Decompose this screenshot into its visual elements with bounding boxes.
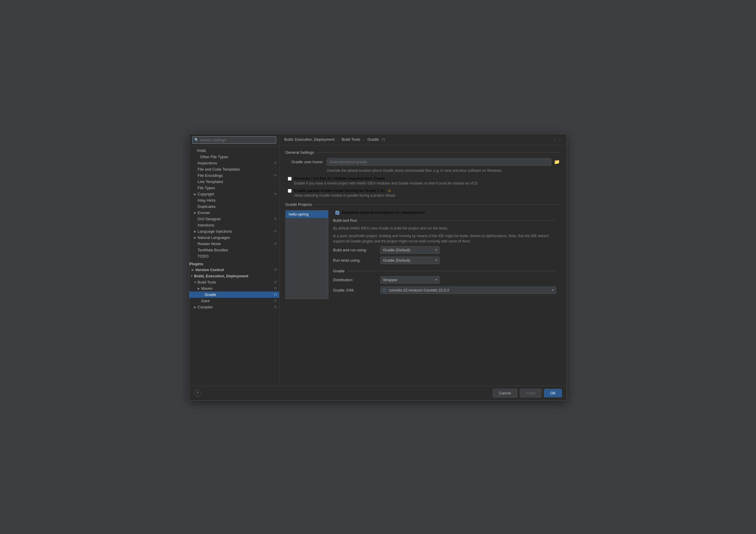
run-tests-using-label: Run tests using:	[333, 258, 380, 263]
sidebar: 🔍 YAML Other File Types	[189, 134, 280, 386]
pin-icon: ⊓	[274, 161, 277, 165]
sidebar-item-compiler[interactable]: ▶ Compiler ⊓	[189, 304, 279, 310]
enable-parallel-row: Enable parallel Gradle model fetching fo…	[288, 188, 561, 198]
general-settings-header: General Settings	[285, 150, 561, 155]
nav-forward-button[interactable]: ›	[558, 136, 562, 143]
enable-parallel-checkbox[interactable]	[288, 189, 292, 193]
project-detail: Download external annotations for depend…	[328, 210, 561, 299]
sidebar-item-other-file-types[interactable]: Other File Types	[189, 154, 279, 160]
cancel-button[interactable]: Cancel	[493, 389, 517, 397]
gradle-jvm-wrapper: ⬡ corretto-22 Amazon Corretto 22.0.2 ▾	[380, 286, 556, 294]
expand-arrow: ▶	[193, 193, 198, 196]
sidebar-item-version-control[interactable]: ▶ Version Control ⊓	[189, 267, 279, 273]
pin-icon: ⊓	[274, 305, 277, 309]
run-tests-using-select-wrapper: Gradle (Default) IntelliJ IDEA	[380, 257, 440, 264]
nav-back-button[interactable]: ‹	[553, 136, 557, 143]
expand-arrow: ▼	[193, 280, 198, 284]
sidebar-item-file-code-templates[interactable]: File and Code Templates	[189, 166, 279, 173]
download-annotations-checkbox[interactable]	[336, 211, 339, 215]
generate-iml-checkbox[interactable]	[288, 177, 292, 181]
gradle-user-home-row: Gradle user home: 📁	[285, 158, 561, 166]
sidebar-item-yaml[interactable]: YAML	[189, 147, 279, 154]
pin-icon: ⊓	[274, 174, 277, 177]
sidebar-item-copyright[interactable]: ▶ Copyright ⊓	[189, 191, 279, 197]
sidebar-item-language-injections[interactable]: ▶ Language Injections ⊓	[189, 228, 279, 234]
ok-button[interactable]: OK	[544, 389, 562, 397]
breadcrumb-pin-button[interactable]: ⊓	[382, 137, 385, 142]
search-wrapper: 🔍	[192, 136, 276, 144]
pin-icon: ⊓	[274, 268, 277, 272]
dialog-body: 🔍 YAML Other File Types	[189, 134, 567, 386]
search-box: 🔍	[189, 134, 279, 147]
gradle-user-home-hint: Override the default location where Grad…	[327, 169, 561, 173]
sidebar-scroll: YAML Other File Types Inspections ⊓	[189, 147, 279, 386]
run-tests-using-row: Run tests using: Gradle (Default) Intell…	[333, 257, 556, 264]
pin-icon: ⊓	[274, 229, 277, 233]
expand-arrow: ▶	[190, 268, 195, 271]
gradle-user-home-input[interactable]	[327, 158, 551, 166]
sidebar-item-textmate-bundles[interactable]: TextMate Bundles	[189, 247, 279, 253]
settings-dialog: 🔍 YAML Other File Types	[189, 134, 567, 401]
sidebar-item-gradle[interactable]: Gradle ⊓	[189, 292, 279, 298]
distribution-select-wrapper: Wrapper Local installation Specified loc…	[380, 276, 440, 283]
sidebar-item-maven[interactable]: ▶ Maven ⊓	[189, 285, 279, 292]
pin-icon: ⊓	[274, 217, 277, 221]
warning-icon: ⚠	[388, 188, 391, 193]
build-run-using-select[interactable]: Gradle (Default) IntelliJ IDEA	[380, 246, 440, 254]
folder-browse-button[interactable]: 📁	[553, 158, 561, 166]
build-and-run-header: Build and Run	[333, 218, 556, 223]
pin-icon: ⊓	[274, 192, 277, 196]
sidebar-item-inspections[interactable]: Inspections ⊓	[189, 160, 279, 166]
gradle-user-home-field: 📁	[327, 158, 561, 166]
sidebar-item-file-encodings[interactable]: File Encodings ⊓	[189, 173, 279, 178]
sidebar-item-build-tools[interactable]: ▼ Build Tools ⊓	[189, 279, 279, 285]
expand-arrow: ▶	[193, 306, 198, 309]
search-icon: 🔍	[194, 138, 199, 142]
run-tests-using-select[interactable]: Gradle (Default) IntelliJ IDEA	[380, 257, 440, 264]
build-run-desc2: In a pure Java/Kotlin project, building …	[333, 233, 556, 244]
pin-icon: ⊓	[274, 242, 277, 246]
expand-arrow: ▼	[189, 274, 194, 278]
sidebar-item-emmet[interactable]: ▶ Emmet	[189, 210, 279, 216]
build-run-using-select-wrapper: Gradle (Default) IntelliJ IDEA	[380, 246, 440, 254]
sidebar-item-file-types[interactable]: File Types	[189, 185, 279, 191]
sidebar-item-reader-mode[interactable]: Reader Mode ⊓	[189, 241, 279, 247]
generate-iml-label: Generate *.iml files for modules importe…	[294, 176, 477, 185]
nav-arrows: ‹ ›	[553, 136, 562, 143]
project-list: hello-spring	[285, 210, 328, 299]
gradle-subsection-header: Gradle	[333, 269, 556, 273]
pin-icon: ⊓	[274, 280, 277, 284]
sidebar-item-natural-languages[interactable]: ▶ Natural Languages	[189, 234, 279, 241]
gradle-jvm-select[interactable]: corretto-22 Amazon Corretto 22.0.2	[380, 286, 556, 294]
expand-arrow: ▶	[193, 236, 198, 239]
apply-button[interactable]: Apply	[520, 389, 542, 397]
gradle-jvm-row: Gradle JVM: ⬡ corretto-22 Amazon Corrett…	[333, 286, 556, 294]
sidebar-item-build-execution-deployment[interactable]: ▼ Build, Execution, Deployment	[189, 273, 279, 279]
build-run-using-label: Build and run using:	[333, 248, 380, 252]
enable-parallel-label: Enable parallel Gradle model fetching fo…	[294, 188, 396, 198]
projects-section: hello-spring Download external annotatio…	[285, 210, 561, 299]
download-annotations-row: Download external annotations for depend…	[336, 210, 556, 215]
sidebar-item-duplicates[interactable]: Duplicates	[189, 203, 279, 210]
expand-arrow: ▶	[193, 211, 198, 214]
sidebar-item-inlay-hints[interactable]: Inlay Hints	[189, 197, 279, 203]
distribution-row: Distribution: Wrapper Local installation…	[333, 276, 556, 283]
sidebar-item-todo[interactable]: TODO	[189, 253, 279, 259]
pin-icon: ⊓	[274, 286, 277, 290]
sidebar-item-intentions[interactable]: Intentions	[189, 222, 279, 228]
expand-arrow: ▶	[196, 287, 201, 290]
project-item-hello-spring[interactable]: hello-spring	[286, 210, 328, 218]
content-area: General Settings Gradle user home: 📁 Ove…	[280, 146, 567, 386]
help-button[interactable]: ?	[194, 389, 201, 396]
build-run-using-row: Build and run using: Gradle (Default) In…	[333, 246, 556, 254]
sidebar-item-gant[interactable]: Gant ⊓	[189, 298, 279, 304]
pin-icon: ⊓	[274, 299, 277, 303]
breadcrumb: Build, Execution, Deployment › Build Too…	[280, 134, 567, 146]
sidebar-item-live-templates[interactable]: Live Templates	[189, 178, 279, 185]
search-input[interactable]	[192, 136, 276, 144]
breadcrumb-separator-1: ›	[338, 137, 339, 142]
distribution-select[interactable]: Wrapper Local installation Specified loc…	[380, 276, 440, 283]
gradle-jvm-label: Gradle JVM:	[333, 288, 380, 292]
generate-iml-row: Generate *.iml files for modules importe…	[288, 176, 561, 185]
sidebar-item-gui-designer[interactable]: GUI Designer ⊓	[189, 216, 279, 222]
